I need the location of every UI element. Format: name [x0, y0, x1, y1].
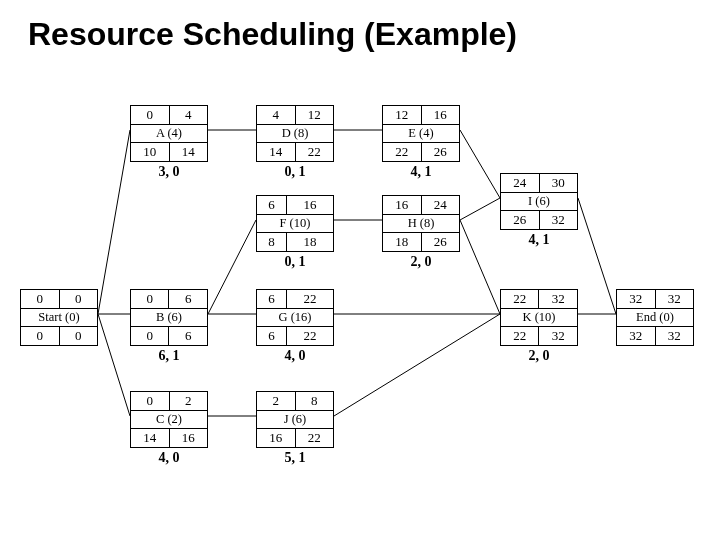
- resource-annotation: 4, 1: [382, 164, 460, 180]
- activity-node-g: 622G (16)6224, 0: [256, 289, 334, 364]
- resource-annotation: 3, 0: [130, 164, 208, 180]
- ef: 22: [286, 290, 333, 309]
- resource-annotation: 6, 1: [130, 348, 208, 364]
- activity-label: B (6): [131, 309, 208, 327]
- lf: 26: [421, 143, 460, 162]
- activity-node-j: 28J (6)16225, 1: [256, 391, 334, 466]
- resource-annotation: 2, 0: [382, 254, 460, 270]
- lf: 14: [169, 143, 208, 162]
- activity-label: J (6): [257, 411, 334, 429]
- activity-label: H (8): [383, 215, 460, 233]
- ef: 24: [421, 196, 460, 215]
- es: 16: [383, 196, 422, 215]
- edge-E-I: [460, 130, 500, 198]
- network-diagram: 00Start (0)0004A (4)10143, 006B (6)066, …: [20, 65, 700, 505]
- resource-annotation: 0, 1: [256, 164, 334, 180]
- edge-H-I: [460, 198, 500, 220]
- activity-node-d: 412D (8)14220, 1: [256, 105, 334, 180]
- activity-label: D (8): [257, 125, 334, 143]
- activity-label: I (6): [501, 193, 578, 211]
- ef: 32: [655, 290, 694, 309]
- activity-label: Start (0): [21, 309, 98, 327]
- es: 6: [257, 196, 287, 215]
- es: 0: [131, 106, 170, 125]
- lf: 32: [655, 327, 694, 346]
- edge-H-K: [460, 220, 500, 314]
- activity-node-b: 06B (6)066, 1: [130, 289, 208, 364]
- ls: 16: [257, 429, 296, 448]
- resource-annotation: 2, 0: [500, 348, 578, 364]
- ef: 32: [539, 290, 578, 309]
- ls: 10: [131, 143, 170, 162]
- lf: 26: [421, 233, 460, 252]
- es: 32: [617, 290, 656, 309]
- edges-layer: [20, 65, 700, 505]
- ef: 16: [421, 106, 460, 125]
- edge-J-K: [334, 314, 500, 416]
- es: 22: [501, 290, 539, 309]
- lf: 32: [539, 211, 578, 230]
- ls: 26: [501, 211, 540, 230]
- activity-label: End (0): [617, 309, 694, 327]
- activity-node-start: 00Start (0)00: [20, 289, 98, 346]
- activity-label: C (2): [131, 411, 208, 429]
- activity-node-i: 2430I (6)26324, 1: [500, 173, 578, 248]
- es: 4: [257, 106, 296, 125]
- ef: 4: [169, 106, 208, 125]
- ls: 0: [131, 327, 169, 346]
- resource-annotation: 4, 0: [130, 450, 208, 466]
- edge-I-End: [578, 198, 616, 314]
- es: 2: [257, 392, 296, 411]
- es: 24: [501, 174, 540, 193]
- activity-node-k: 2232K (10)22322, 0: [500, 289, 578, 364]
- ls: 6: [257, 327, 287, 346]
- ls: 8: [257, 233, 287, 252]
- activity-node-e: 1216E (4)22264, 1: [382, 105, 460, 180]
- edge-Start-A: [98, 130, 130, 314]
- resource-annotation: 0, 1: [256, 254, 334, 270]
- activity-node-f: 616F (10)8180, 1: [256, 195, 334, 270]
- ef: 16: [286, 196, 333, 215]
- activity-node-h: 1624H (8)18262, 0: [382, 195, 460, 270]
- lf: 22: [295, 429, 334, 448]
- activity-label: A (4): [131, 125, 208, 143]
- activity-label: E (4): [383, 125, 460, 143]
- ls: 22: [501, 327, 539, 346]
- es: 0: [21, 290, 60, 309]
- activity-node-a: 04A (4)10143, 0: [130, 105, 208, 180]
- resource-annotation: 5, 1: [256, 450, 334, 466]
- ef: 6: [169, 290, 208, 309]
- ls: 22: [383, 143, 422, 162]
- ef: 2: [169, 392, 208, 411]
- lf: 22: [295, 143, 334, 162]
- ls: 0: [21, 327, 60, 346]
- resource-annotation: 4, 0: [256, 348, 334, 364]
- lf: 16: [169, 429, 208, 448]
- edge-B-F: [208, 220, 256, 314]
- ls: 14: [257, 143, 296, 162]
- ef: 0: [59, 290, 98, 309]
- ef: 12: [295, 106, 334, 125]
- es: 0: [131, 290, 169, 309]
- edge-Start-C: [98, 314, 130, 416]
- ls: 32: [617, 327, 656, 346]
- resource-annotation: 4, 1: [500, 232, 578, 248]
- lf: 6: [169, 327, 208, 346]
- lf: 32: [539, 327, 578, 346]
- activity-node-end: 3232End (0)3232: [616, 289, 694, 346]
- es: 6: [257, 290, 287, 309]
- ef: 8: [295, 392, 334, 411]
- es: 0: [131, 392, 170, 411]
- slide-title: Resource Scheduling (Example): [28, 16, 700, 53]
- ls: 14: [131, 429, 170, 448]
- ef: 30: [539, 174, 578, 193]
- activity-label: G (16): [257, 309, 334, 327]
- es: 12: [383, 106, 422, 125]
- activity-label: K (10): [501, 309, 578, 327]
- lf: 22: [286, 327, 333, 346]
- activity-node-c: 02C (2)14164, 0: [130, 391, 208, 466]
- lf: 18: [286, 233, 333, 252]
- lf: 0: [59, 327, 98, 346]
- ls: 18: [383, 233, 422, 252]
- activity-label: F (10): [257, 215, 334, 233]
